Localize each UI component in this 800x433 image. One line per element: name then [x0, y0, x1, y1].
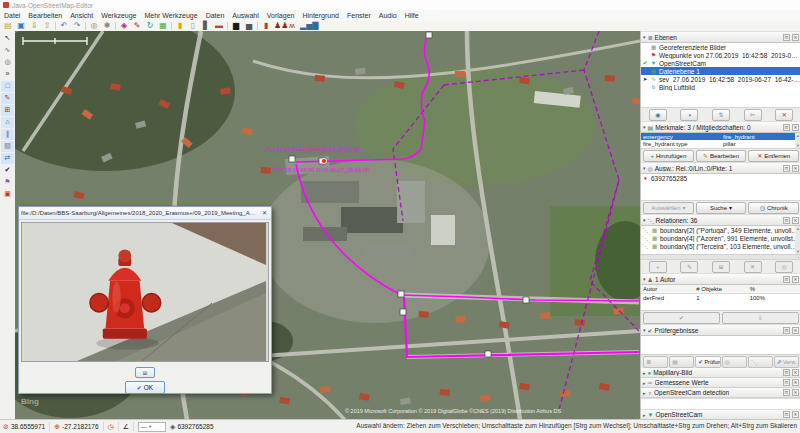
zoom-tool-icon[interactable]: ◎ [1, 57, 14, 68]
dock-icon[interactable]: ⊡ [783, 369, 790, 376]
history-button[interactable]: ◷Chronik [748, 202, 799, 214]
car-preset-icon[interactable]: ▆ [231, 22, 241, 30]
show-hide-layer-button[interactable]: ◉ [649, 109, 667, 121]
menu-item[interactable]: Hilfe [405, 12, 419, 19]
building-tool-icon[interactable]: ⊞ [1, 105, 14, 116]
wireframe-icon[interactable]: ◈ [119, 22, 129, 30]
delete-relation-button[interactable]: ✕ [744, 261, 762, 273]
relation-row[interactable]: ⋱ ▦ boundary[2] ("Portugal", 349 Element… [641, 226, 800, 234]
hide-icon[interactable]: ✕ [792, 276, 799, 283]
validation-toggle-button[interactable]: ✔ Prüfung [695, 356, 720, 368]
lasso-tool-icon[interactable]: ∿ [1, 45, 14, 56]
filter-tool-icon[interactable]: ⚑ [1, 177, 14, 188]
chart-preset-icon[interactable]: ▂▅▇ [300, 22, 310, 30]
hide-icon[interactable]: ✕ [792, 34, 799, 41]
hide-icon[interactable]: ✕ [792, 389, 799, 396]
dock-icon[interactable]: ⊡ [783, 217, 790, 224]
merge-layer-button[interactable]: ✄ [744, 109, 762, 121]
menu-item[interactable]: Audio [379, 12, 397, 19]
layer-row[interactable]: ✔ ▼ OpenStreetCam [641, 59, 800, 67]
author-download-button[interactable]: ⇩ [722, 312, 799, 324]
dock-icon[interactable]: ⊡ [783, 389, 790, 396]
select-relation-button[interactable]: ◎ [775, 261, 793, 273]
hide-icon[interactable]: ✕ [792, 411, 799, 418]
select-tool-icon[interactable]: ↖ [1, 33, 14, 44]
relations-toggle-button[interactable]: ⋱ [748, 356, 773, 368]
traffic-light-preset-icon[interactable]: ▋ [201, 22, 211, 30]
delete-tag-button[interactable]: ✕Entfernen [748, 150, 799, 162]
photo-tool-icon[interactable]: ▣ [1, 189, 14, 200]
undo-icon[interactable]: ↶ [59, 22, 69, 30]
preferences-icon[interactable]: ✱ [102, 22, 112, 30]
dock-icon[interactable]: ⊡ [783, 379, 790, 386]
bus-preset-icon[interactable]: ▅ [244, 22, 254, 30]
door-preset-icon[interactable]: ▮ [261, 22, 271, 30]
refresh-icon[interactable]: ↻ [145, 22, 155, 30]
toolbar-icon[interactable] [227, 22, 228, 30]
toolbar-icon[interactable] [257, 22, 258, 30]
duplicate-relation-button[interactable]: ⊞ [712, 261, 730, 273]
author-row[interactable]: derFred 1 100% [641, 294, 800, 302]
toolbar-icon[interactable] [55, 22, 56, 30]
scrollbar[interactable]: ▲▼ [795, 133, 800, 148]
menu-item[interactable]: Ansicht [70, 12, 93, 19]
plugin-icon[interactable]: ▦ [158, 22, 168, 30]
property-row[interactable]: fire_hydrant:type pillar [641, 140, 800, 147]
map-canvas[interactable]: 27.6.19 16:42:58 2019-06-27_16-42-58 27.… [15, 31, 640, 420]
delete-layer-button[interactable]: ✕ [775, 109, 793, 121]
select-button[interactable]: Auswählen▾ [643, 202, 694, 214]
zoom-select[interactable]: —▾ [138, 422, 166, 432]
dock-icon[interactable]: ⊡ [783, 34, 790, 41]
toolbar-icon[interactable] [85, 22, 86, 30]
menu-item[interactable]: Bearbeiten [28, 12, 62, 19]
panel-osc-detection[interactable]: ▸ ♆ OpenStreetCam detection ⊡✕ [641, 388, 800, 398]
download-data-icon[interactable]: ⇩ [29, 22, 39, 30]
layer-row[interactable]: ▦ Georeferenzierte Bilder [641, 43, 800, 51]
selection-toggle-button[interactable]: ◎ [722, 356, 747, 368]
menu-item[interactable]: Datei [4, 12, 20, 19]
relation-row[interactable]: ⋱ ▦ boundary[4] ("Azoren", 991 Elemente,… [641, 234, 800, 242]
jump-tool-icon[interactable]: » [1, 69, 14, 80]
photo-options-button[interactable]: ⊞ [135, 367, 155, 378]
wall-preset-icon[interactable]: ▬ [214, 22, 224, 30]
mirror-tool-icon[interactable]: ⇄ [1, 153, 14, 164]
close-icon[interactable]: ✕ [260, 209, 269, 218]
menu-item[interactable]: Vorlagen [267, 12, 295, 19]
layer-row[interactable]: b Bing Luftbild [641, 83, 800, 91]
photo-dialog-titlebar[interactable]: file:/D:/Daten/BBS-Saarburg/Allgemeines/… [19, 207, 271, 220]
property-row[interactable]: emergency fire_hydrant [641, 133, 800, 140]
author-select-button[interactable]: ✔ [643, 312, 720, 324]
hide-icon[interactable]: ✕ [792, 379, 799, 386]
panel-measured-values[interactable]: ▸ ✑ Gemessene Werte ⊡✕ [641, 378, 800, 388]
more-toggle-button[interactable]: ⇗ Verw... [774, 356, 799, 368]
draw-node-icon[interactable]: □ [1, 81, 14, 92]
properties-toggle-button[interactable]: ▤ [669, 356, 694, 368]
move-layer-button[interactable]: ⇅ [712, 109, 730, 121]
menu-item[interactable]: Werkzeuge [101, 12, 136, 19]
dock-icon[interactable]: ⊡ [783, 411, 790, 418]
edit-relation-button[interactable]: ✎ [680, 261, 698, 273]
pillar-preset-icon[interactable]: ▯ [188, 22, 198, 30]
layers-toggle-button[interactable]: ≣ [643, 356, 668, 368]
panel-mapillary[interactable]: ▸ ● Mapillary-Bild ⊡✕ [641, 368, 800, 378]
menu-item[interactable]: Daten [206, 12, 225, 19]
hide-icon[interactable]: ✕ [792, 124, 799, 131]
redo-icon[interactable]: ↷ [72, 22, 82, 30]
upload-data-icon[interactable]: ⇧ [42, 22, 52, 30]
opacity-layer-button[interactable]: ◑ [680, 109, 698, 121]
menu-item[interactable]: Auswahl [232, 12, 258, 19]
draw-way-icon[interactable]: ✎ [1, 93, 14, 104]
layer-row[interactable]: ➤ ∿ sev_27.06.2019_16:42:58_2019-06-27_1… [641, 75, 800, 83]
dock-icon[interactable]: ⊡ [783, 327, 790, 334]
dock-icon[interactable]: ⊡ [783, 124, 790, 131]
add-tag-button[interactable]: +Hinzufügen [643, 150, 694, 162]
save-icon[interactable]: ▣ [16, 22, 26, 30]
improve-way-icon[interactable]: ⌂ [1, 117, 14, 128]
scrollbar[interactable]: ▲▼ [795, 226, 800, 254]
menu-item[interactable]: Fenster [347, 12, 371, 19]
toolbar-icon[interactable] [115, 22, 116, 30]
parallel-way-icon[interactable]: ∥ [1, 129, 14, 140]
validate-tool-icon[interactable]: ✔ [1, 165, 14, 176]
relation-row[interactable]: ⋱ ▦ boundary[5] ("Terceira", 103 Element… [641, 242, 800, 250]
open-file-icon[interactable]: ▤ [3, 22, 13, 30]
